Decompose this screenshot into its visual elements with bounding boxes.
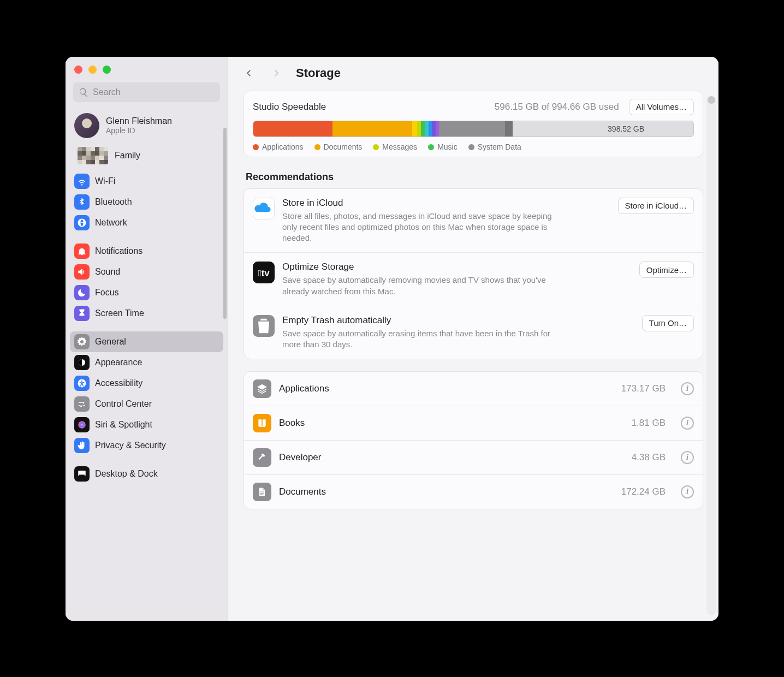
sidebar-item-label: Privacy & Security — [95, 441, 166, 450]
page-title: Storage — [296, 66, 341, 80]
category-size: 172.24 GB — [621, 486, 666, 497]
sidebar-item-notifications[interactable]: Notifications — [70, 241, 223, 262]
recommendation-action-button[interactable]: Optimize… — [639, 262, 694, 278]
scrollbar-thumb[interactable] — [223, 128, 227, 319]
recommendations-heading: Recommendations — [246, 171, 701, 183]
info-icon[interactable]: i — [681, 382, 694, 395]
storage-segment — [332, 121, 412, 136]
recommendation-title: Store in iCloud — [282, 198, 610, 209]
hand-icon — [74, 438, 90, 453]
sidebar-item-control-center[interactable]: Control Center — [70, 394, 223, 414]
recommendation-title: Optimize Storage — [282, 262, 632, 272]
category-row[interactable]: Documents172.24 GBi — [244, 474, 703, 509]
settings-window: Glenn Fleishman Apple ID Family Wi-FiBlu… — [66, 57, 718, 621]
speaker-icon — [74, 264, 90, 280]
category-size: 173.17 GB — [621, 383, 666, 394]
search-field[interactable] — [73, 82, 220, 102]
main-scrollbar-track[interactable] — [706, 96, 716, 615]
recommendation-row: tvOptimize StorageSave space by automat… — [244, 252, 703, 306]
chevron-right-icon — [271, 68, 281, 78]
sidebar-item-appearance[interactable]: Appearance — [70, 352, 223, 373]
volume-name: Studio Speedable — [253, 102, 326, 112]
wifi-icon — [74, 174, 90, 189]
category-size: 1.81 GB — [632, 418, 666, 429]
sidebar-item-label: Wi-Fi — [95, 176, 115, 186]
doc-icon — [253, 483, 271, 501]
book-icon — [253, 414, 271, 432]
moon-icon — [74, 285, 90, 300]
family-row[interactable]: Family — [66, 141, 228, 171]
sidebar-item-focus[interactable]: Focus — [70, 282, 223, 303]
recommendation-desc: Save space by automatically removing mov… — [282, 275, 561, 297]
back-button[interactable] — [241, 66, 257, 81]
sidebar-item-label: Control Center — [95, 399, 152, 409]
title-bar: Storage — [228, 57, 718, 84]
gear-icon — [74, 334, 90, 349]
recommendation-row: Store in iCloudStore all files, photos, … — [244, 189, 703, 253]
sidebar-item-label: General — [95, 337, 126, 347]
recommendation-action-button[interactable]: Store in iCloud… — [618, 198, 694, 214]
avatar — [74, 113, 99, 138]
close-window-button[interactable] — [74, 66, 82, 74]
storage-segment — [253, 121, 332, 136]
siri-icon — [74, 417, 90, 432]
all-volumes-button[interactable]: All Volumes… — [629, 99, 694, 115]
info-icon[interactable]: i — [681, 485, 694, 498]
minimize-window-button[interactable] — [88, 66, 97, 74]
recommendations-card: Store in iCloudStore all files, photos, … — [243, 188, 703, 360]
sidebar-item-siri-spotlight[interactable]: Siri & Spotlight — [70, 414, 223, 435]
recommendation-action-button[interactable]: Turn On… — [642, 315, 694, 331]
sidebar-item-accessibility[interactable]: Accessibility — [70, 373, 223, 394]
sidebar-item-privacy-security[interactable]: Privacy & Security — [70, 435, 223, 456]
zoom-window-button[interactable] — [103, 66, 111, 74]
sidebar-item-screen-time[interactable]: Screen Time — [70, 303, 223, 324]
sidebar-item-bluetooth[interactable]: Bluetooth — [70, 192, 223, 212]
appletv-icon: tv — [253, 262, 275, 283]
category-label: Books — [279, 418, 305, 429]
sidebar-item-sound[interactable]: Sound — [70, 262, 223, 282]
legend-swatch — [373, 144, 379, 150]
search-input[interactable] — [93, 87, 215, 97]
category-label: Applications — [279, 383, 329, 394]
legend-swatch — [468, 144, 474, 150]
sidebar-item-label: Focus — [95, 288, 119, 298]
category-row[interactable]: Developer4.38 GBi — [244, 440, 703, 474]
category-label: Developer — [279, 452, 322, 463]
legend-item: Documents — [314, 142, 363, 151]
sidebar-item-label: Network — [95, 218, 127, 228]
app-icon — [253, 379, 271, 398]
sidebar-item-desktop-dock[interactable]: Desktop & Dock — [70, 464, 223, 484]
legend-item: System Data — [468, 142, 521, 151]
search-icon — [79, 87, 88, 97]
category-row[interactable]: Books1.81 GBi — [244, 406, 703, 440]
content-scroll[interactable]: Studio Speedable 596.15 GB of 994.66 GB … — [228, 84, 718, 621]
sidebar-item-general[interactable]: General — [70, 331, 223, 352]
accessibility-icon — [74, 376, 90, 391]
storage-segment — [421, 121, 425, 136]
legend-swatch — [253, 144, 259, 150]
recommendation-title: Empty Trash automatically — [282, 315, 634, 326]
sidebar-item-wi-fi[interactable]: Wi-Fi — [70, 171, 223, 192]
main-scrollbar-thumb[interactable] — [708, 96, 715, 104]
storage-summary-card: Studio Speedable 596.15 GB of 994.66 GB … — [243, 91, 703, 157]
legend-item: Music — [428, 142, 458, 151]
appearance-icon — [74, 355, 90, 370]
legend-swatch — [314, 144, 320, 150]
info-icon[interactable]: i — [681, 417, 694, 430]
apple-id-row[interactable]: Glenn Fleishman Apple ID — [66, 108, 228, 141]
account-sub: Apple ID — [106, 126, 172, 135]
dock-icon — [74, 466, 90, 482]
svg-rect-5 — [79, 474, 85, 476]
chevron-left-icon — [244, 68, 254, 78]
cloud-icon — [253, 198, 275, 219]
storage-segment — [412, 121, 418, 136]
sidebar-item-label: Appearance — [95, 358, 142, 367]
recommendation-row: Empty Trash automaticallySave space by a… — [244, 306, 703, 359]
sidebar-item-network[interactable]: Network — [70, 212, 223, 233]
category-row[interactable]: Applications173.17 GBi — [244, 372, 703, 406]
svg-text:tv: tv — [258, 268, 270, 278]
sidebar-item-label: Bluetooth — [95, 197, 132, 207]
family-label: Family — [115, 151, 140, 161]
storage-segment — [505, 121, 513, 136]
info-icon[interactable]: i — [681, 451, 694, 464]
